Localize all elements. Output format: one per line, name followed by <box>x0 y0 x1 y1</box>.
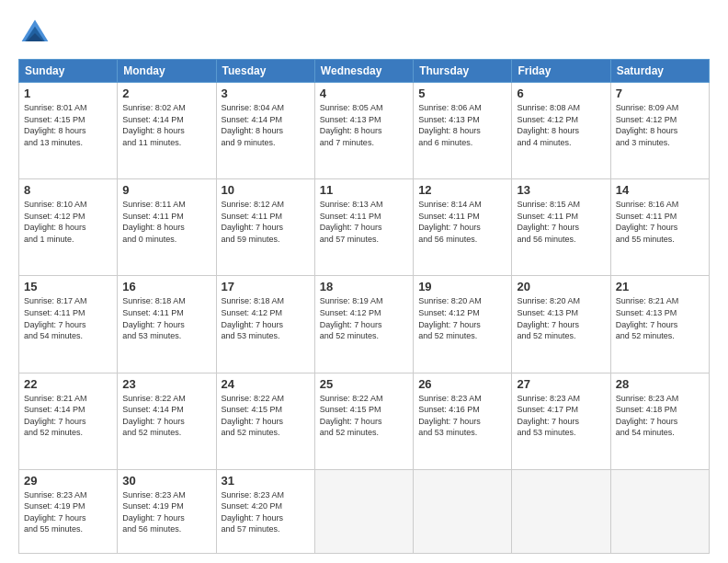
calendar-cell: 30Sunrise: 8:23 AM Sunset: 4:19 PM Dayli… <box>118 469 216 553</box>
calendar-cell: 11Sunrise: 8:13 AM Sunset: 4:11 PM Dayli… <box>314 179 413 276</box>
day-number: 20 <box>517 280 605 293</box>
day-number: 10 <box>222 183 310 197</box>
calendar-cell: 6Sunrise: 8:08 AM Sunset: 4:12 PM Daylig… <box>512 83 610 179</box>
day-number: 15 <box>24 280 112 293</box>
calendar-cell: 5Sunrise: 8:06 AM Sunset: 4:13 PM Daylig… <box>414 83 512 179</box>
day-number: 25 <box>320 377 408 391</box>
weekday-header: Tuesday <box>216 60 314 83</box>
day-number: 31 <box>222 474 310 488</box>
calendar-week-row: 15Sunrise: 8:17 AM Sunset: 4:11 PM Dayli… <box>19 276 710 373</box>
day-number: 1 <box>24 86 112 100</box>
day-number: 29 <box>24 474 112 488</box>
day-number: 11 <box>320 183 408 197</box>
day-info: Sunrise: 8:22 AM Sunset: 4:14 PM Dayligh… <box>122 393 210 439</box>
calendar-cell: 7Sunrise: 8:09 AM Sunset: 4:12 PM Daylig… <box>610 83 709 179</box>
calendar-table: SundayMondayTuesdayWednesdayThursdayFrid… <box>18 59 710 554</box>
calendar-cell: 18Sunrise: 8:19 AM Sunset: 4:12 PM Dayli… <box>314 276 413 373</box>
day-info: Sunrise: 8:14 AM Sunset: 4:11 PM Dayligh… <box>418 199 506 245</box>
day-info: Sunrise: 8:06 AM Sunset: 4:13 PM Dayligh… <box>418 102 506 148</box>
day-number: 22 <box>24 377 112 391</box>
calendar-week-row: 1Sunrise: 8:01 AM Sunset: 4:15 PM Daylig… <box>19 83 710 179</box>
page: SundayMondayTuesdayWednesdayThursdayFrid… <box>0 0 728 563</box>
calendar-cell <box>314 469 413 553</box>
day-info: Sunrise: 8:20 AM Sunset: 4:13 PM Dayligh… <box>517 295 605 341</box>
calendar-cell: 25Sunrise: 8:22 AM Sunset: 4:15 PM Dayli… <box>314 373 413 469</box>
calendar-cell <box>414 469 512 553</box>
day-number: 23 <box>122 377 210 391</box>
day-number: 3 <box>222 86 310 100</box>
calendar-cell: 29Sunrise: 8:23 AM Sunset: 4:19 PM Dayli… <box>19 469 118 553</box>
day-number: 26 <box>418 377 506 391</box>
day-info: Sunrise: 8:09 AM Sunset: 4:12 PM Dayligh… <box>616 102 704 148</box>
calendar-cell: 8Sunrise: 8:10 AM Sunset: 4:12 PM Daylig… <box>19 179 118 276</box>
day-number: 17 <box>222 280 310 293</box>
day-number: 27 <box>517 377 605 391</box>
day-number: 2 <box>122 86 210 100</box>
calendar-cell: 10Sunrise: 8:12 AM Sunset: 4:11 PM Dayli… <box>216 179 314 276</box>
day-info: Sunrise: 8:04 AM Sunset: 4:14 PM Dayligh… <box>222 102 310 148</box>
calendar-cell: 4Sunrise: 8:05 AM Sunset: 4:13 PM Daylig… <box>314 83 413 179</box>
day-info: Sunrise: 8:23 AM Sunset: 4:19 PM Dayligh… <box>24 489 112 535</box>
day-info: Sunrise: 8:22 AM Sunset: 4:15 PM Dayligh… <box>320 393 408 439</box>
calendar-cell: 28Sunrise: 8:23 AM Sunset: 4:18 PM Dayli… <box>610 373 709 469</box>
day-number: 21 <box>616 280 704 293</box>
day-number: 24 <box>222 377 310 391</box>
calendar-cell: 31Sunrise: 8:23 AM Sunset: 4:20 PM Dayli… <box>216 469 314 553</box>
weekday-header: Saturday <box>610 60 709 83</box>
calendar-cell: 24Sunrise: 8:22 AM Sunset: 4:15 PM Dayli… <box>216 373 314 469</box>
day-info: Sunrise: 8:23 AM Sunset: 4:17 PM Dayligh… <box>517 393 605 439</box>
day-number: 13 <box>517 183 605 197</box>
calendar-week-row: 22Sunrise: 8:21 AM Sunset: 4:14 PM Dayli… <box>19 373 710 469</box>
calendar-week-row: 29Sunrise: 8:23 AM Sunset: 4:19 PM Dayli… <box>19 469 710 553</box>
day-info: Sunrise: 8:11 AM Sunset: 4:11 PM Dayligh… <box>122 199 210 245</box>
calendar-cell: 20Sunrise: 8:20 AM Sunset: 4:13 PM Dayli… <box>512 276 610 373</box>
calendar-cell: 21Sunrise: 8:21 AM Sunset: 4:13 PM Dayli… <box>610 276 709 373</box>
day-number: 16 <box>122 280 210 293</box>
day-info: Sunrise: 8:19 AM Sunset: 4:12 PM Dayligh… <box>320 295 408 341</box>
calendar-header: SundayMondayTuesdayWednesdayThursdayFrid… <box>19 60 710 83</box>
day-number: 19 <box>418 280 506 293</box>
calendar-cell: 22Sunrise: 8:21 AM Sunset: 4:14 PM Dayli… <box>19 373 118 469</box>
day-info: Sunrise: 8:18 AM Sunset: 4:12 PM Dayligh… <box>222 295 310 341</box>
calendar-cell: 17Sunrise: 8:18 AM Sunset: 4:12 PM Dayli… <box>216 276 314 373</box>
day-info: Sunrise: 8:02 AM Sunset: 4:14 PM Dayligh… <box>122 102 210 148</box>
weekday-header: Thursday <box>414 60 512 83</box>
header <box>18 17 710 50</box>
calendar-cell: 13Sunrise: 8:15 AM Sunset: 4:11 PM Dayli… <box>512 179 610 276</box>
day-info: Sunrise: 8:01 AM Sunset: 4:15 PM Dayligh… <box>24 102 112 148</box>
day-info: Sunrise: 8:08 AM Sunset: 4:12 PM Dayligh… <box>517 102 605 148</box>
day-info: Sunrise: 8:23 AM Sunset: 4:18 PM Dayligh… <box>616 393 704 439</box>
day-number: 8 <box>24 183 112 197</box>
calendar-cell: 2Sunrise: 8:02 AM Sunset: 4:14 PM Daylig… <box>118 83 216 179</box>
day-number: 7 <box>616 86 704 100</box>
calendar-cell: 12Sunrise: 8:14 AM Sunset: 4:11 PM Dayli… <box>414 179 512 276</box>
day-number: 9 <box>122 183 210 197</box>
day-info: Sunrise: 8:15 AM Sunset: 4:11 PM Dayligh… <box>517 199 605 245</box>
calendar-cell: 19Sunrise: 8:20 AM Sunset: 4:12 PM Dayli… <box>414 276 512 373</box>
day-info: Sunrise: 8:10 AM Sunset: 4:12 PM Dayligh… <box>24 199 112 245</box>
weekday-header: Monday <box>118 60 216 83</box>
weekday-row: SundayMondayTuesdayWednesdayThursdayFrid… <box>19 60 710 83</box>
day-number: 12 <box>418 183 506 197</box>
calendar-body: 1Sunrise: 8:01 AM Sunset: 4:15 PM Daylig… <box>19 83 710 554</box>
calendar-cell <box>610 469 709 553</box>
day-number: 30 <box>122 474 210 488</box>
weekday-header: Wednesday <box>314 60 413 83</box>
day-number: 14 <box>616 183 704 197</box>
logo <box>18 17 55 50</box>
calendar-cell: 16Sunrise: 8:18 AM Sunset: 4:11 PM Dayli… <box>118 276 216 373</box>
day-info: Sunrise: 8:18 AM Sunset: 4:11 PM Dayligh… <box>122 295 210 341</box>
day-info: Sunrise: 8:16 AM Sunset: 4:11 PM Dayligh… <box>616 199 704 245</box>
day-info: Sunrise: 8:23 AM Sunset: 4:19 PM Dayligh… <box>122 489 210 535</box>
logo-icon <box>18 17 51 50</box>
weekday-header: Friday <box>512 60 610 83</box>
calendar-cell <box>512 469 610 553</box>
day-number: 28 <box>616 377 704 391</box>
calendar-cell: 9Sunrise: 8:11 AM Sunset: 4:11 PM Daylig… <box>118 179 216 276</box>
day-info: Sunrise: 8:13 AM Sunset: 4:11 PM Dayligh… <box>320 199 408 245</box>
calendar-cell: 23Sunrise: 8:22 AM Sunset: 4:14 PM Dayli… <box>118 373 216 469</box>
day-number: 18 <box>320 280 408 293</box>
calendar-cell: 14Sunrise: 8:16 AM Sunset: 4:11 PM Dayli… <box>610 179 709 276</box>
calendar-cell: 15Sunrise: 8:17 AM Sunset: 4:11 PM Dayli… <box>19 276 118 373</box>
day-info: Sunrise: 8:17 AM Sunset: 4:11 PM Dayligh… <box>24 295 112 341</box>
